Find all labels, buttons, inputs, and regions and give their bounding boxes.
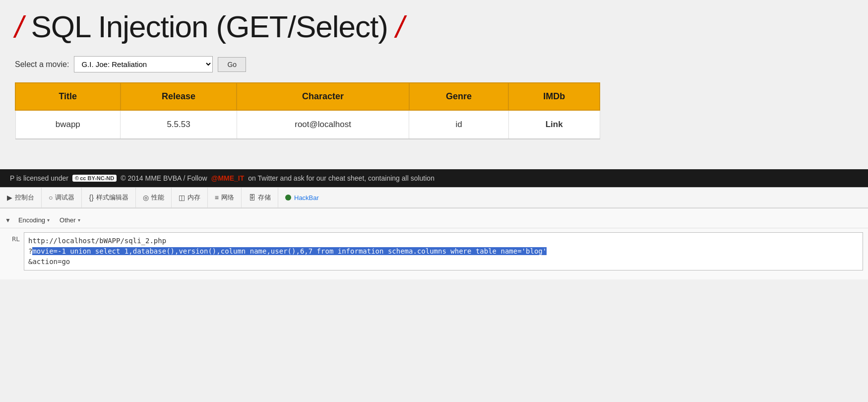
footer-text-before: P is licensed under	[10, 174, 68, 182]
tab-performance[interactable]: ◎ 性能	[136, 188, 172, 207]
col-header-release: Release	[121, 83, 237, 110]
cc-badge: © cc BY-NC-ND	[72, 175, 117, 182]
hackbar-collapse-arrow[interactable]: ▼	[5, 217, 11, 224]
other-menu[interactable]: Other ▾	[55, 214, 85, 226]
results-table: Title Release Character Genre IMDb bwapp…	[15, 82, 600, 139]
url-line-1: http://localhost/bWAPP/sqli_2.php	[28, 236, 859, 246]
cell-release: 5.5.53	[121, 110, 237, 139]
console-icon: ▶	[7, 194, 12, 201]
col-header-imdb: IMDb	[508, 83, 600, 110]
network-label: 网络	[221, 193, 234, 202]
url-row-label: RL	[5, 232, 20, 243]
network-icon: ≡	[215, 194, 219, 201]
other-arrow-icon: ▾	[78, 217, 80, 223]
cc-text: cc BY-NC-ND	[80, 175, 114, 181]
hackbar-toolbar: ▼ Encoding ▾ Other ▾	[0, 212, 868, 228]
col-header-character: Character	[237, 83, 409, 110]
tab-hackbar[interactable]: HackBar	[278, 188, 326, 207]
tab-network[interactable]: ≡ 网络	[208, 188, 242, 207]
cell-character: root@localhost	[237, 110, 409, 139]
tab-debugger[interactable]: ○ 调试器	[42, 188, 82, 207]
page-title: / SQL Injection (GET/Select) /	[15, 10, 853, 44]
hackbar-url-input[interactable]: http://localhost/bWAPP/sqli_2.php ?movie…	[24, 232, 863, 270]
storage-icon: 🗄	[248, 194, 255, 201]
main-content: / SQL Injection (GET/Select) / Select a …	[0, 0, 868, 154]
memory-label: 内存	[187, 193, 200, 202]
hackbar-dot-icon	[285, 195, 291, 201]
footer-bar: P is licensed under © cc BY-NC-ND © 2014…	[0, 169, 868, 187]
hackbar-label: HackBar	[294, 194, 319, 201]
tab-storage[interactable]: 🗄 存储	[242, 188, 278, 207]
url-highlighted-part: movie=-1 union select 1,database(),versi…	[32, 247, 547, 255]
movie-select[interactable]: G.I. Joe: Retaliation Iron Man The Aveng…	[74, 56, 213, 72]
movie-selector-label: Select a movie:	[15, 60, 69, 69]
other-label: Other	[60, 216, 76, 224]
col-header-genre: Genre	[409, 83, 509, 110]
performance-label: 性能	[151, 193, 164, 202]
devtools-bar: ▶ 控制台 ○ 调试器 {} 样式编辑器 ◎ 性能 ◫ 内存 ≡ 网络 🗄 存储…	[0, 187, 868, 208]
storage-label: 存储	[258, 193, 271, 202]
debugger-label: 调试器	[55, 193, 74, 202]
table-header-row: Title Release Character Genre IMDb	[15, 83, 600, 110]
cell-title: bwapp	[15, 110, 121, 139]
hackbar-panel: ▼ Encoding ▾ Other ▾ RL http://localhost…	[0, 208, 868, 279]
memory-icon: ◫	[179, 194, 185, 201]
cell-imdb-link[interactable]: Link	[508, 110, 600, 139]
slash-left: /	[15, 9, 23, 44]
title-main: SQL Injection (GET/Select)	[23, 9, 396, 44]
tab-memory[interactable]: ◫ 内存	[172, 188, 208, 207]
tab-style-editor[interactable]: {} 样式编辑器	[82, 188, 135, 207]
url-line-2: ?movie=-1 union select 1,database(),vers…	[28, 246, 859, 257]
hackbar-inputs: RL http://localhost/bWAPP/sqli_2.php ?mo…	[0, 228, 868, 275]
cc-icon: ©	[75, 175, 79, 181]
movie-selector-row: Select a movie: G.I. Joe: Retaliation Ir…	[15, 56, 853, 72]
url-line-3: &action=go	[28, 257, 859, 267]
slash-right: /	[396, 9, 404, 44]
style-editor-label: 样式编辑器	[96, 193, 128, 202]
encoding-arrow-icon: ▾	[47, 217, 50, 223]
cell-genre: id	[409, 110, 509, 139]
col-header-title: Title	[15, 83, 121, 110]
style-editor-icon: {}	[89, 194, 93, 201]
footer-text-after: © 2014 MME BVBA / Follow	[121, 174, 207, 182]
encoding-menu[interactable]: Encoding ▾	[13, 214, 55, 226]
go-button[interactable]: Go	[218, 57, 246, 72]
footer-text-end: on Twitter and ask for our cheat sheet, …	[248, 174, 434, 182]
tab-console[interactable]: ▶ 控制台	[0, 188, 42, 207]
console-label: 控制台	[15, 193, 34, 202]
debugger-icon: ○	[49, 194, 53, 201]
encoding-label: Encoding	[18, 216, 45, 224]
performance-icon: ◎	[143, 194, 149, 201]
twitter-link[interactable]: @MME_IT	[211, 174, 245, 182]
table-row: bwapp 5.5.53 root@localhost id Link	[15, 110, 600, 139]
hackbar-url-row: RL http://localhost/bWAPP/sqli_2.php ?mo…	[5, 232, 863, 270]
